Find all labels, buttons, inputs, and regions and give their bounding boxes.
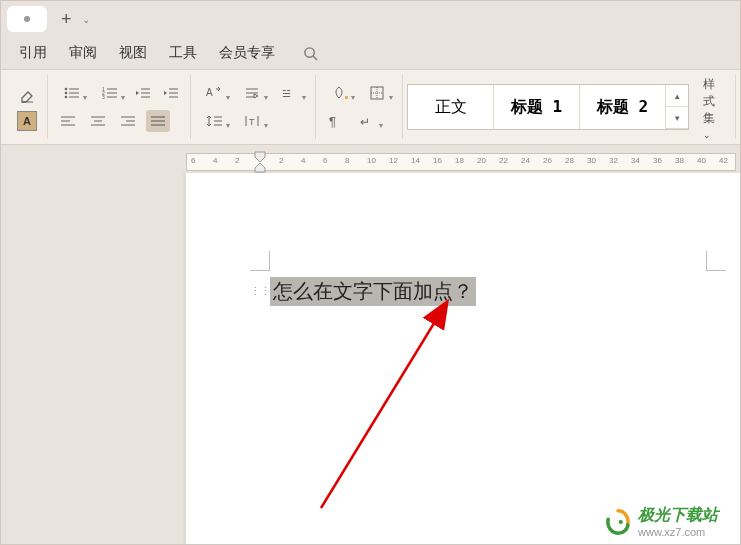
ruler-tick: 42 [719, 156, 728, 165]
svg-text:A: A [206, 87, 213, 98]
svg-text:T: T [249, 117, 255, 127]
shading-icon[interactable]: ▾ [324, 82, 356, 104]
document-page[interactable]: ⋮⋮ 怎么在文字下面加点？ [186, 173, 741, 545]
indent-special-icon[interactable]: ☱▾ [275, 82, 307, 104]
svg-text:☱: ☱ [282, 88, 291, 99]
title-tab-bar: + ⌄ [1, 1, 740, 37]
distribute-icon[interactable]: T▾ [237, 110, 269, 132]
borders-icon[interactable]: ▾ [362, 82, 394, 104]
ruler-tick: 16 [433, 156, 442, 165]
pilcrow-icon[interactable]: ¶ [324, 110, 346, 132]
highlight-icon[interactable]: A [17, 111, 37, 131]
indent-icon[interactable] [160, 82, 182, 104]
watermark: 极光下载站 www.xz7.com [604, 505, 718, 538]
align-justify-icon[interactable] [146, 110, 170, 132]
menu-view[interactable]: 视图 [119, 44, 147, 62]
margin-corner-tr [706, 251, 726, 271]
style-heading-1[interactable]: 标题 1 [494, 85, 580, 129]
menu-bar: 引用 审阅 视图 工具 会员专享 [1, 37, 740, 69]
styles-gallery[interactable]: 正文 标题 1 标题 2 ▴ ▾ [407, 84, 689, 130]
ruler-tick: 32 [609, 156, 618, 165]
ruler-tick: 40 [697, 156, 706, 165]
text-direction-icon[interactable]: A▾ [199, 82, 231, 104]
selected-text[interactable]: 怎么在文字下面加点？ [270, 277, 476, 306]
svg-point-0 [305, 47, 314, 56]
find-label[interactable]: 查找 [736, 89, 741, 125]
margin-corner-tl [250, 251, 270, 271]
ruler-tick: 2 [235, 156, 239, 165]
svg-point-5 [65, 92, 68, 95]
svg-point-7 [65, 96, 68, 99]
watermark-url: www.xz7.com [638, 526, 718, 538]
group-shading: ▾ ▾ ¶ ↵▾ [316, 75, 403, 139]
align-left-icon[interactable] [56, 110, 80, 132]
styleset-label: 样式集 ⌄ [703, 76, 725, 141]
group-paragraph: ▾ 123▾ [48, 75, 191, 139]
group-erase: A [9, 75, 48, 139]
svg-line-54 [321, 320, 436, 508]
line-spacing-icon[interactable]: ▾ [199, 110, 231, 132]
watermark-name: 极光下载站 [638, 505, 718, 526]
ruler-tick: 8 [345, 156, 349, 165]
svg-text:¶: ¶ [329, 114, 336, 128]
show-marks-icon[interactable]: ↵▾ [352, 110, 384, 132]
ruler-tick: 24 [521, 156, 530, 165]
ruler-tick: 6 [191, 156, 195, 165]
style-heading-2[interactable]: 标题 2 [580, 85, 666, 129]
style-nav: ▴ ▾ [666, 85, 688, 129]
bullet-list-icon[interactable]: ▾ [56, 82, 88, 104]
first-line-indent-marker[interactable] [254, 151, 266, 173]
ruler-tick: 22 [499, 156, 508, 165]
ruler-tick: 34 [631, 156, 640, 165]
style-scroll-up-icon[interactable]: ▴ [666, 85, 688, 107]
ruler-tick: 4 [213, 156, 217, 165]
search-icon[interactable] [303, 46, 318, 61]
ruler-tick: 12 [389, 156, 398, 165]
svg-point-3 [65, 88, 68, 91]
ruler-tick: 36 [653, 156, 662, 165]
svg-text:3: 3 [102, 94, 105, 100]
ruler-tick: 14 [411, 156, 420, 165]
style-scroll-down-icon[interactable]: ▾ [666, 107, 688, 129]
eraser-icon[interactable] [17, 83, 39, 105]
ruler-area: 6422468101214161820222426283032343638404… [1, 145, 740, 173]
ruler-tick: 18 [455, 156, 464, 165]
menu-vip[interactable]: 会员专享 [219, 44, 275, 62]
ruler-tick: 26 [543, 156, 552, 165]
ruler-tick: 4 [301, 156, 305, 165]
annotation-arrow-icon [286, 298, 466, 528]
watermark-logo-icon [604, 508, 632, 536]
ruler-tick: 38 [675, 156, 684, 165]
paragraph-drag-handle[interactable]: ⋮⋮ [250, 285, 270, 298]
svg-rect-43 [345, 96, 348, 99]
ruler-tick: 2 [279, 156, 283, 165]
style-body[interactable]: 正文 [408, 85, 494, 129]
group-text-dir: A▾ ▾ ☱▾ ▾ T▾ [191, 75, 316, 139]
svg-text:↵: ↵ [360, 115, 370, 128]
styleset-button[interactable]: Aa 样式集 ⌄ [693, 75, 736, 139]
menu-tools[interactable]: 工具 [169, 44, 197, 62]
new-tab-plus-icon[interactable]: + [61, 9, 72, 30]
svg-line-1 [313, 56, 317, 60]
ruler-tick: 28 [565, 156, 574, 165]
numbered-list-icon[interactable]: 123▾ [94, 82, 126, 104]
ruler-tick: 20 [477, 156, 486, 165]
align-right-icon[interactable] [116, 110, 140, 132]
text-wrap-icon[interactable]: ▾ [237, 82, 269, 104]
tab-new-button[interactable] [7, 6, 47, 32]
svg-marker-52 [255, 163, 265, 172]
menu-review[interactable]: 审阅 [69, 44, 97, 62]
tab-dot-icon [24, 16, 30, 22]
svg-marker-51 [255, 152, 265, 162]
menu-cite[interactable]: 引用 [19, 44, 47, 62]
ribbon-toolbar: A ▾ 123▾ A▾ ▾ ☱▾ ▾ T▾ ▾ ▾ [1, 69, 740, 145]
horizontal-ruler[interactable]: 6422468101214161820222426283032343638404… [186, 153, 736, 171]
tab-dropdown-icon[interactable]: ⌄ [82, 14, 90, 25]
ruler-tick: 6 [323, 156, 327, 165]
align-center-icon[interactable] [86, 110, 110, 132]
ruler-tick: 30 [587, 156, 596, 165]
outdent-icon[interactable] [132, 82, 154, 104]
ruler-tick: 10 [367, 156, 376, 165]
svg-point-55 [619, 519, 623, 523]
